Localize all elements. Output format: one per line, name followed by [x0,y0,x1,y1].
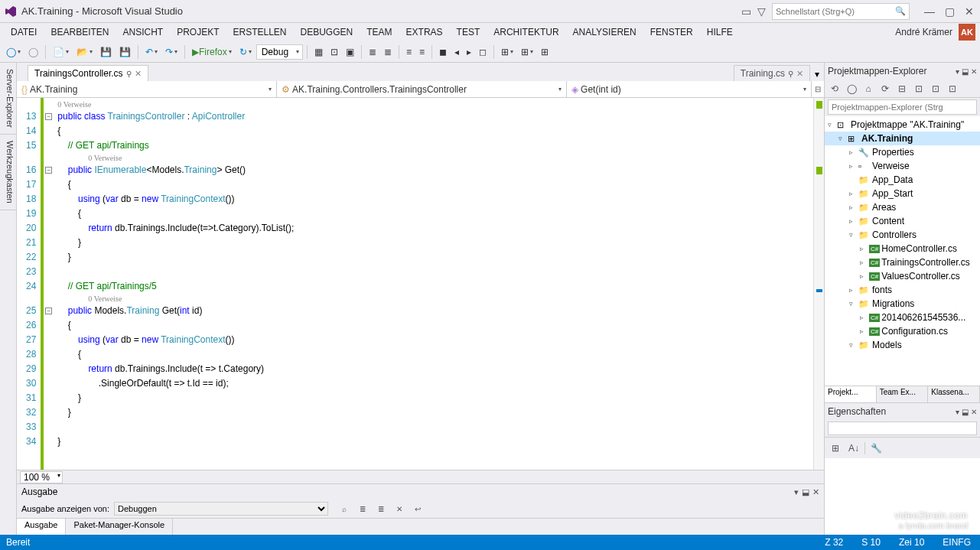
tree-node[interactable]: ▹C#ValuesController.cs [825,269,980,283]
se-preview-button[interactable]: ⊡ [946,82,959,96]
tree-node[interactable]: ▿⊞AK.Training [825,132,980,145]
redo-button[interactable]: ↷▾ [162,45,181,59]
server-explorer-tab[interactable]: Server-Explorer [0,63,16,135]
se-properties-button[interactable]: ⊡ [929,82,943,96]
output-pin-icon[interactable]: ⬓ [802,487,809,497]
toolbar-btn-3[interactable]: ▣ [343,45,357,59]
tree-node[interactable]: ▹📁Areas [825,200,980,214]
toolbar-misc-3[interactable]: ⊞ [538,45,552,59]
minimize-button[interactable]: — [923,5,936,18]
props-categorized-button[interactable]: ⊞ [828,441,843,456]
tree-node[interactable]: ▹C#201406261545536... [825,311,980,324]
bottom-tab-projekt[interactable]: Projekt... [825,386,877,402]
tree-node[interactable]: ▹📁fonts [825,283,980,297]
panel-close-icon[interactable]: ✕ [971,67,977,76]
menu-projekt[interactable]: PROJEKT [171,24,225,40]
toolbar-misc-2[interactable]: ⊞▾ [518,45,536,59]
zoom-dropdown[interactable]: 100 % [20,471,63,483]
output-next-button[interactable]: ≣ [374,502,388,516]
menu-ansicht[interactable]: ANSICHT [116,24,169,40]
class-dropdown[interactable]: ⚙ AK.Training.Controllers.TrainingsContr… [277,81,567,97]
panel-pin-icon[interactable]: ⬓ [962,67,969,76]
start-debug-button[interactable]: ▶ Firefox▾ [189,45,235,59]
props-alpha-button[interactable]: A↓ [846,441,861,456]
pin-icon[interactable]: ⚲ [788,70,793,78]
output-close-icon[interactable]: ✕ [812,487,819,497]
tree-node[interactable]: ▹📁Content [825,214,980,228]
menu-debuggen[interactable]: DEBUGGEN [295,24,360,40]
open-file-button[interactable]: 📂▾ [73,45,96,59]
toolbar-btn-1[interactable]: ▦ [311,45,326,59]
props-close-icon[interactable]: ✕ [971,408,977,416]
solution-config-dropdown[interactable]: Debug [256,44,303,60]
toolbox-tab[interactable]: Werkzeugkasten [0,135,16,210]
menu-architektur[interactable]: ARCHITEKTUR [487,24,565,40]
solution-tree[interactable]: ▿⊡Projektmappe "AK.Training"▿⊞AK.Trainin… [825,116,980,386]
user-avatar[interactable]: AK [959,24,975,41]
bookmark-button[interactable]: ◼ [436,45,450,59]
tree-node[interactable]: ▹🔧Properties [825,145,980,159]
bookmark-next-button[interactable]: ▸ [464,45,474,59]
se-sync-button[interactable]: ⌂ [861,82,875,96]
tree-node[interactable]: ▹📁App_Start [825,187,980,200]
pin-icon[interactable]: ⚲ [126,70,132,78]
props-pin-icon[interactable]: ⬓ [962,408,969,416]
tree-node[interactable]: ▿📁Models [825,338,980,352]
nav-back-button[interactable]: ◯▾ [3,45,24,59]
toolbar-btn-2[interactable]: ⊡ [327,45,341,59]
menu-erstellen[interactable]: ERSTELLEN [227,24,293,40]
menu-bearbeiten[interactable]: BEARBEITEN [44,24,115,40]
se-collapse-button[interactable]: ⊟ [895,82,909,96]
uncomment-button[interactable]: ≡ [416,45,428,59]
quick-launch-search[interactable]: 🔍 [772,3,910,20]
code-editor[interactable]: 1314151617181920212223242526272829303132… [17,98,824,470]
menu-team[interactable]: TEAM [360,24,398,40]
new-project-button[interactable]: 📄▾ [50,45,72,59]
se-showall-button[interactable]: ⊡ [912,82,926,96]
menu-hilfe[interactable]: HILFE [701,24,739,40]
tree-node[interactable]: ▹C#HomeController.cs [825,242,980,255]
save-all-button[interactable]: 💾 [116,45,134,59]
se-back-button[interactable]: ◯ [845,82,858,96]
namespace-dropdown[interactable]: {} AK.Training [17,81,277,97]
undo-button[interactable]: ↶▾ [142,45,161,59]
props-dropdown-icon[interactable]: ▾ [956,408,959,416]
bookmark-clear-button[interactable]: ◻ [476,45,490,59]
comment-button[interactable]: ≡ [403,45,415,59]
maximize-button[interactable]: ▢ [943,5,956,18]
browser-link-button[interactable]: ↻▾ [236,45,255,59]
feedback-icon[interactable]: ▽ [757,5,766,18]
tab-trainingscontroller[interactable]: TrainingsController.cs ⚲ ✕ [28,65,148,81]
output-find-button[interactable]: ⌕ [337,502,351,516]
tree-node[interactable]: ▹▫Verweise [825,159,980,173]
output-source-dropdown[interactable]: Debuggen [114,502,328,516]
output-tab-paket-manager[interactable]: Paket-Manager-Konsole [66,519,173,535]
se-refresh-button[interactable]: ⟳ [878,82,892,96]
menu-test[interactable]: TEST [451,24,487,40]
se-home-button[interactable]: ⟲ [828,82,842,96]
indent-decrease-button[interactable]: ≣ [366,45,379,59]
tree-node[interactable]: ▿⊡Projektmappe "AK.Training" [825,118,980,132]
notifications-icon[interactable]: ▭ [741,5,751,18]
tab-close-icon[interactable]: ✕ [135,69,142,79]
member-dropdown[interactable]: ◈ Get(int id) [567,81,812,97]
output-dropdown-icon[interactable]: ▾ [794,487,799,497]
output-tab-ausgabe[interactable]: Ausgabe [17,519,66,535]
tree-node[interactable]: ▹C#Configuration.cs [825,324,980,338]
tabs-overflow-button[interactable]: ▾ [810,67,824,81]
props-pages-button[interactable]: 🔧 [868,441,884,456]
tree-node[interactable]: ▹C#TrainingsController.cs [825,255,980,269]
save-button[interactable]: 💾 [97,45,115,59]
panel-dropdown-icon[interactable]: ▾ [956,67,959,76]
solution-explorer-search[interactable] [828,99,977,115]
user-name[interactable]: André Krämer [890,27,957,37]
close-button[interactable]: ✕ [963,5,975,18]
indent-increase-button[interactable]: ≣ [381,45,395,59]
properties-object-dropdown[interactable] [828,421,977,435]
split-editor-button[interactable]: ⊟ [812,81,824,97]
tree-node[interactable]: 📁App_Data [825,173,980,187]
menu-extras[interactable]: EXTRAS [400,24,449,40]
menu-fenster[interactable]: FENSTER [644,24,699,40]
menu-datei[interactable]: DATEI [5,24,43,40]
output-prev-button[interactable]: ≣ [356,502,370,516]
